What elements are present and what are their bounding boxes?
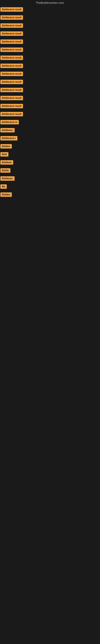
list-item[interactable]: Bottleneck result — [0, 23, 100, 28]
bottleneck-badge[interactable]: Bottleneck result — [0, 112, 23, 116]
list-item[interactable]: Bottlene — [0, 160, 100, 166]
bottleneck-badge[interactable]: Bottleneck result — [0, 72, 23, 76]
list-item[interactable]: Bottleneck result — [0, 40, 100, 45]
bottleneck-badge[interactable]: Bottleneck result — [0, 96, 23, 100]
list-item[interactable]: Bottleneck result — [0, 7, 100, 12]
list-item[interactable]: Bottlenec — [0, 176, 100, 182]
list-item[interactable]: Bottleneck result — [0, 88, 100, 93]
bottleneck-badge[interactable]: Bottleneck result — [0, 64, 23, 68]
site-title-bar: TheBottlenecker.com — [0, 0, 100, 6]
bottleneck-badge[interactable]: Bottlenec — [0, 128, 15, 132]
list-item[interactable]: Bottlenec — [0, 128, 100, 133]
list-item[interactable]: Bott — [0, 152, 100, 158]
bottleneck-badge[interactable]: Bottleneck result — [0, 40, 23, 44]
bottleneck-badge[interactable]: Bottle — [0, 168, 10, 173]
list-item[interactable]: Bottleneck result — [0, 32, 100, 37]
list-item[interactable]: Bottleneck result — [0, 56, 100, 61]
list-item[interactable]: Bottleneck re — [0, 120, 100, 125]
bottleneck-badge[interactable]: Bottleneck result — [0, 32, 23, 36]
list-item[interactable]: Bottleneck result — [0, 72, 100, 77]
bottleneck-badge[interactable]: Bottleneck result — [0, 88, 23, 92]
bottleneck-badge[interactable]: Bott — [0, 152, 8, 156]
bottleneck-badge[interactable]: Bo — [0, 184, 7, 189]
bottleneck-badge[interactable]: Bottlen — [0, 192, 12, 197]
bottleneck-badge[interactable]: Bottleneck result — [0, 15, 23, 20]
list-item[interactable]: Bottleneck r — [0, 136, 100, 141]
list-item[interactable]: Bottlen — [0, 192, 100, 198]
bottleneck-badge[interactable]: Bottleneck result — [0, 104, 23, 108]
bottleneck-badge[interactable]: Bottleneck result — [0, 56, 23, 60]
bottleneck-badge[interactable]: Bottleneck re — [0, 120, 19, 124]
list-item[interactable]: Bottleneck result — [0, 112, 100, 117]
list-item[interactable]: Bottleneck result — [0, 64, 100, 69]
list-item[interactable]: Bottleneck result — [0, 96, 100, 101]
list-item[interactable]: Bottleneck result — [0, 104, 100, 109]
bottleneck-badge[interactable]: Bottleneck result — [0, 80, 23, 84]
bottleneck-list: Bottleneck resultBottleneck resultBottle… — [0, 6, 100, 198]
list-item[interactable]: Bottle — [0, 168, 100, 174]
bottleneck-badge[interactable]: Bottleneck result — [0, 23, 23, 28]
site-title: TheBottlenecker.com — [0, 0, 100, 6]
bottleneck-badge[interactable]: Bottlenec — [0, 176, 15, 181]
list-item[interactable]: Bottleneck result — [0, 15, 100, 20]
list-item[interactable]: Bottleneck result — [0, 48, 100, 53]
bottleneck-badge[interactable]: Bottlen — [0, 144, 12, 148]
bottleneck-badge[interactable]: Bottleneck result — [0, 48, 23, 52]
bottleneck-badge[interactable]: Bottleneck r — [0, 136, 17, 140]
bottleneck-badge[interactable]: Bottleneck result — [0, 7, 23, 12]
list-item[interactable]: Bo — [0, 184, 100, 190]
bottleneck-badge[interactable]: Bottlene — [0, 160, 13, 164]
list-item[interactable]: Bottlen — [0, 144, 100, 149]
list-item[interactable]: Bottleneck result — [0, 80, 100, 85]
